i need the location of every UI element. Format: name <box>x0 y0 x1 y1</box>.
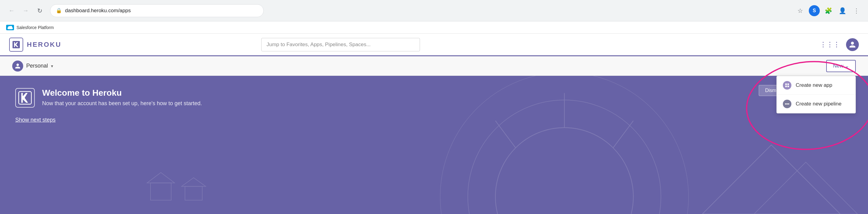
svg-marker-21 <box>182 178 206 186</box>
create-new-pipeline-item[interactable]: Create new pipeline <box>777 95 856 113</box>
chevron-down-icon: ▾ <box>51 63 53 69</box>
welcome-text: Welcome to Heroku Now that your account … <box>42 88 202 107</box>
address-bar[interactable]: 🔒 dashboard.heroku.com/apps <box>50 4 264 17</box>
welcome-top: Welcome to Heroku Now that your account … <box>15 88 853 108</box>
reload-button[interactable]: ↻ <box>34 5 45 16</box>
user-avatar[interactable] <box>846 38 859 51</box>
welcome-title: Welcome to Heroku <box>42 88 202 98</box>
svg-rect-2 <box>785 86 787 87</box>
svg-point-6 <box>788 103 789 105</box>
extensions-icon[interactable]: 🧩 <box>823 5 834 16</box>
welcome-subtitle: Now that your account has been set up, h… <box>42 100 202 107</box>
svg-line-13 <box>613 121 633 148</box>
browser-nav-icons: ← → ↻ <box>6 5 45 16</box>
heroku-banner-logo <box>15 88 35 108</box>
pipeline-icon <box>783 100 792 108</box>
svg-rect-0 <box>785 83 787 85</box>
svg-marker-17 <box>754 162 858 214</box>
personal-label: Personal <box>26 63 48 69</box>
header-right-icons: ⋮⋮⋮ <box>820 38 859 51</box>
show-next-steps-link[interactable]: Show next steps <box>15 117 56 123</box>
create-new-app-item[interactable]: Create new app <box>777 76 856 95</box>
svg-point-9 <box>495 128 633 214</box>
bookmark-icon[interactable]: ☆ <box>795 5 806 16</box>
svg-point-4 <box>785 103 786 105</box>
create-pipeline-label: Create new pipeline <box>796 101 841 107</box>
url-text: dashboard.heroku.com/apps <box>65 8 131 14</box>
svg-line-15 <box>495 121 516 148</box>
svg-rect-18 <box>151 183 171 200</box>
svg-rect-20 <box>185 186 203 200</box>
app-icon <box>783 81 792 89</box>
new-button[interactable]: New ⌄ <box>826 60 856 72</box>
heroku-header: HEROKU Jump to Favorites, Apps, Pipeline… <box>0 34 868 56</box>
personal-section[interactable]: Personal ▾ <box>12 60 53 72</box>
main-content: Personal ▾ New ⌄ Create new app <box>0 56 868 214</box>
heroku-wordmark: HEROKU <box>27 41 61 49</box>
svg-point-5 <box>786 103 788 105</box>
user-icon[interactable]: 👤 <box>837 5 848 16</box>
header-search[interactable]: Jump to Favorites, Apps, Pipelines, Spac… <box>261 38 420 51</box>
svg-rect-22 <box>19 91 31 104</box>
forward-button[interactable]: → <box>20 5 31 16</box>
svg-marker-19 <box>147 172 175 183</box>
toolbar-row: Personal ▾ New ⌄ Create new app <box>0 56 868 76</box>
svg-rect-1 <box>787 83 789 85</box>
browser-right-icons: ☆ S 🧩 👤 ⋮ <box>795 5 862 16</box>
salesforce-bar: Salesforce Platform <box>0 21 868 34</box>
back-button[interactable]: ← <box>6 5 17 16</box>
welcome-banner: Welcome to Heroku Now that your account … <box>0 76 868 214</box>
heroku-logo[interactable]: HEROKU <box>9 37 61 52</box>
heroku-logo-box <box>9 37 23 52</box>
salesforce-label: Salesforce Platform <box>17 25 54 30</box>
search-placeholder: Jump to Favorites, Apps, Pipelines, Spac… <box>267 42 371 48</box>
personal-icon <box>12 60 23 72</box>
more-menu-icon[interactable]: ⋮ <box>851 5 862 16</box>
svg-rect-3 <box>787 86 789 87</box>
grid-icon[interactable]: ⋮⋮⋮ <box>820 41 840 49</box>
browser-bar: ← → ↻ 🔒 dashboard.heroku.com/apps ☆ S 🧩 … <box>0 0 868 21</box>
create-app-label: Create new app <box>796 82 832 88</box>
banner-content: Welcome to Heroku Now that your account … <box>15 88 853 123</box>
profile-s-icon[interactable]: S <box>809 5 820 16</box>
dropdown-menu: Create new app Create new pipeline <box>776 76 856 113</box>
salesforce-logo <box>6 25 14 30</box>
lock-icon: 🔒 <box>56 8 62 14</box>
svg-marker-16 <box>702 145 840 214</box>
